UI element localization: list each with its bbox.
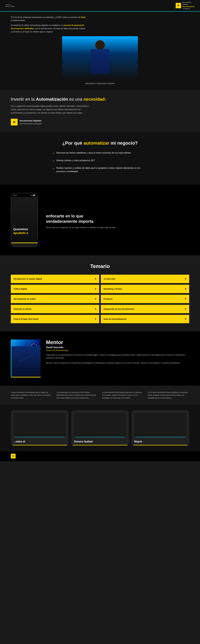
mentor-role: Director de Automarketing — [46, 349, 189, 352]
hero-caption: Aprovecha un descuento exclusivo — [11, 82, 189, 84]
automation-title: Invertir en la Automatización es una nec… — [11, 97, 189, 102]
temario-label-6: Producto — [103, 298, 112, 300]
why-item-text-1: Remueve las tareas repetitivas y saca el… — [56, 151, 131, 155]
logo-text: Herramientas Digitales Para Automatizar … — [182, 1, 195, 10]
bottom-section: ...mina el Genera lealtad Mayor — [0, 405, 200, 451]
temario-plus-7: + — [95, 307, 97, 311]
temario-item-10[interactable]: Guía de Automatización + — [101, 315, 189, 323]
temario-label-1: Introducción al mundo digital — [13, 278, 42, 280]
person-head — [95, 40, 105, 50]
mentor-person — [11, 346, 41, 378]
footer-logo: H — [11, 454, 15, 458]
bottom-phone-text-1: ...mina el — [13, 440, 66, 443]
temario-plus-1: + — [95, 277, 97, 281]
temario-section: Temario Introducción al mundo digital + … — [0, 255, 200, 331]
mentor-desc2: Más de 2 años de experiencia en desarrol… — [46, 362, 189, 364]
phone-bottom-bar — [11, 242, 37, 243]
phone-sub-text: Hacer más en tu empresa, sin un mayor es… — [46, 226, 116, 229]
temario-item-3[interactable]: Tráfico Digital + — [11, 285, 99, 293]
bottom-phone-bar-2 — [71, 445, 129, 446]
logo-icon: H — [176, 3, 181, 8]
mentor-name: David Saucedo — [46, 346, 189, 349]
automation-desc: Con su aplicación correcta puedes lograr… — [11, 104, 92, 115]
bottom-phone-text-3: Mayor — [134, 440, 187, 443]
automation-section: Invertir en la Automatización es una nec… — [0, 90, 200, 132]
checkmark-3: ✓ — [53, 166, 55, 170]
temario-plus-5: + — [95, 297, 97, 301]
phone-white-text: Queremos — [13, 227, 35, 231]
phone-time: 12:17 — [13, 194, 17, 196]
mentor-bottom-bar — [11, 377, 41, 378]
phone-mockup: 12:17 ▲ ● ▌▌ Queremos ayudarte a — [11, 193, 38, 247]
temario-item-1[interactable]: Introducción al mundo digital + — [11, 275, 99, 283]
phone-status-bar: 12:17 ▲ ● ▌▌ — [11, 193, 37, 197]
temario-label-2: Tu sitio web — [103, 278, 115, 280]
temario-item-6[interactable]: Producto + — [101, 295, 189, 303]
why-items: ✓ Remueve las tareas repetitivas y saca … — [53, 151, 147, 173]
hero-section: El 51% de las empresas automatizan su ma… — [0, 12, 200, 90]
bottom-phone-3: Mayor — [131, 410, 189, 446]
mentor-title: Mentor — [46, 340, 189, 345]
phone-yellow-text: ayudarte a — [13, 231, 35, 235]
phone-bar-2 — [74, 437, 126, 437]
mentor-section: cursosenferta.com Mentor David Saucedo D… — [0, 331, 200, 386]
benefit-item-1: Conoce las mejores herramientas para el … — [11, 391, 52, 399]
phone-screen: Queremos ayudarte a — [11, 197, 37, 243]
temario-label-3: Tráfico Digital — [13, 288, 27, 290]
temario-label-7: Atención al cliente — [13, 308, 31, 310]
benefits-section: Conoce las mejores herramientas para el … — [0, 386, 200, 405]
hero-stat2: El propósito de utilizar herramientas di… — [11, 24, 87, 33]
hero-image: cursosenferta.com — [62, 36, 138, 80]
temario-item-9[interactable]: Crea tu Propia Tech Stack + — [11, 315, 99, 323]
brand-box-icon: H — [11, 119, 18, 126]
why-item-text-2: Atiende clientes y nutre prospectos 24/7 — [56, 159, 95, 162]
mentor-desc1: Especialista en la automatización de pro… — [46, 354, 189, 360]
temario-item-2[interactable]: Tu sitio web + — [101, 275, 189, 283]
brand-text: Ideas de Master Muñoz — [5, 4, 15, 7]
phone-right-content: cursosenferta.com enfocarte en lo que ve… — [46, 211, 116, 229]
hero-person — [82, 39, 118, 80]
phone-screen-2 — [74, 413, 126, 437]
bottom-phone-bar-3 — [131, 445, 189, 446]
benefit-item-2: La comunicación es crucial para nutrir c… — [56, 391, 98, 399]
temario-label-8: Integración de tus herramientas — [103, 308, 134, 310]
temario-plus-4: + — [185, 287, 187, 291]
temario-plus-8: + — [185, 307, 187, 311]
brand-box: H Herramientas Digitales para Automatiza… — [11, 119, 189, 126]
phone-screen-bg — [11, 197, 37, 243]
footer: H — [0, 451, 200, 461]
brand-box-text: Herramientas Digitales para Automatizar … — [20, 119, 42, 125]
bottom-phone-1: ...mina el — [11, 410, 69, 446]
phone-screen-1 — [13, 413, 66, 437]
temario-item-8[interactable]: Integración de tus herramientas + — [101, 305, 189, 313]
temario-label-4: Marketing y Ventas — [103, 288, 122, 290]
why-item-1: ✓ Remueve las tareas repetitivas y saca … — [53, 151, 147, 155]
why-item-text-3: Realiza reportes y análisis de datos que… — [56, 166, 147, 173]
temario-item-5[interactable]: Herramientas de cobro + — [11, 295, 99, 303]
phone-section: 12:17 ▲ ● ▌▌ Queremos ayudarte a cursose… — [0, 185, 200, 255]
why-section: ¿Por qué automatizar mi negocio? ✓ Remue… — [0, 132, 200, 185]
temario-plus-6: + — [185, 297, 187, 301]
temario-item-4[interactable]: Marketing y Ventas + — [101, 285, 189, 293]
why-item-3: ✓ Realiza reportes y análisis de datos q… — [53, 166, 147, 173]
phone-bar-1 — [13, 437, 66, 437]
mentor-text: Mentor David Saucedo Director de Automar… — [46, 340, 189, 366]
temario-title: Temario — [11, 264, 189, 269]
person-body — [91, 49, 109, 74]
phone-bar-3 — [134, 437, 187, 437]
mentor-image: cursosenferta.com — [11, 340, 41, 378]
benefit-item-4: Con el ahorro de eliminar tareas repetit… — [148, 391, 189, 399]
phone-main-text: enfocarte en lo que verdaderamente impor… — [46, 213, 116, 224]
why-item-2: ✓ Atiende clientes y nutre prospectos 24… — [53, 159, 147, 163]
temario-item-7[interactable]: Atención al cliente + — [11, 305, 99, 313]
hero-stat1: El 51% de las empresas automatizan su ma… — [11, 16, 87, 22]
temario-plus-10: + — [185, 317, 187, 321]
temario-label-10: Guía de Automatización — [103, 318, 126, 320]
header: Ideas de Master Muñoz H Herramientas Dig… — [0, 0, 200, 11]
bottom-phone-2: Genera lealtad — [71, 410, 129, 446]
bottom-phone-text-2: Genera lealtad — [74, 440, 126, 443]
why-title: ¿Por qué automatizar mi negocio? — [11, 140, 189, 146]
phone-screen-3 — [134, 413, 187, 437]
mentor-side-bar — [11, 340, 11, 378]
checkmark-1: ✓ — [53, 151, 55, 155]
